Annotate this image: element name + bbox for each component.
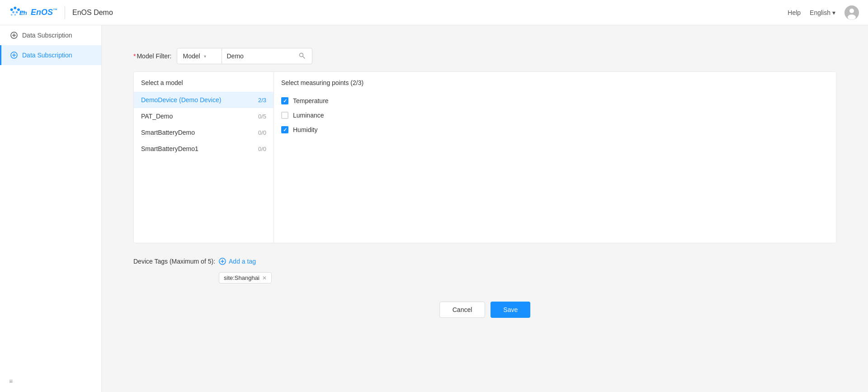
main-content: * Model Filter: Model ▾ Select a model xyxy=(102,25,868,392)
model-item-count: 0/5 xyxy=(258,113,266,120)
model-list-header: Select a model xyxy=(134,79,274,92)
model-item-demo-device[interactable]: DemoDevice (Demo Device) 2/3 xyxy=(134,92,274,108)
add-tag-button[interactable]: Add a tag xyxy=(219,254,272,265)
logo-text: EnOS™ xyxy=(31,8,57,17)
model-filter-controls: Model ▾ xyxy=(177,48,312,64)
plus-icon xyxy=(10,32,18,39)
sidebar-collapse[interactable]: ≡ xyxy=(0,370,101,392)
luminance-label: Luminance xyxy=(293,112,324,119)
sidebar-item-data-subscription-parent[interactable]: Data Subscription xyxy=(0,25,101,45)
sidebar-item-data-subscription[interactable]: Data Subscription xyxy=(0,45,101,65)
main-layout: Data Subscription Data Subscription ≡ * … xyxy=(0,25,868,392)
svg-point-5 xyxy=(11,14,13,15)
model-search-input[interactable] xyxy=(226,52,299,60)
svg-text:™: ™ xyxy=(19,9,25,16)
model-panel: Select a model DemoDevice (Demo Device) … xyxy=(133,71,836,243)
model-list: Select a model DemoDevice (Demo Device) … xyxy=(134,72,274,243)
model-item-smart-battery[interactable]: SmartBatteryDemo 0/0 xyxy=(134,124,274,141)
measuring-points-header: Select measuring points (2/3) xyxy=(281,79,829,86)
required-indicator: * xyxy=(133,52,136,60)
add-tag-icon xyxy=(219,258,226,265)
sidebar-item-active-label: Data Subscription xyxy=(22,52,72,59)
device-tags-row: Device Tags (Maximum of 5): Add a tag si… xyxy=(120,254,850,283)
search-icon[interactable] xyxy=(299,52,305,60)
add-tag-label: Add a tag xyxy=(229,258,256,265)
tag-value: site:Shanghai xyxy=(224,274,259,281)
model-item-count: 0/0 xyxy=(258,146,266,152)
model-item-name: SmartBatteryDemo xyxy=(141,129,195,136)
svg-point-10 xyxy=(849,9,854,13)
model-item-name: SmartBatteryDemo1 xyxy=(141,145,198,152)
tags-container: site:Shanghai ✕ xyxy=(219,269,272,283)
svg-line-19 xyxy=(303,57,305,58)
cancel-button[interactable]: Cancel xyxy=(439,302,486,318)
sidebar-item-label: Data Subscription xyxy=(22,32,72,39)
app-header: EnOS ™ EnOS™ EnOS Demo Help English ▾ xyxy=(0,0,868,25)
header-right: Help English ▾ xyxy=(788,5,859,20)
tag-item-site-shanghai: site:Shanghai ✕ xyxy=(219,272,272,283)
logo-icon: EnOS ™ xyxy=(9,4,27,22)
svg-point-1 xyxy=(14,6,16,9)
save-button[interactable]: Save xyxy=(491,302,530,318)
model-item-name: PAT_Demo xyxy=(141,113,173,120)
measuring-item-luminance: Luminance xyxy=(281,108,829,123)
model-item-count: 0/0 xyxy=(258,129,266,136)
svg-point-6 xyxy=(14,14,16,15)
model-filter-row: * Model Filter: Model ▾ xyxy=(120,39,850,64)
help-link[interactable]: Help xyxy=(788,9,801,16)
model-filter-label: Model Filter: xyxy=(137,52,171,60)
plus-icon-active xyxy=(10,52,18,59)
logo: EnOS ™ EnOS™ xyxy=(9,4,57,22)
svg-point-11 xyxy=(848,14,856,20)
chevron-down-icon: ▾ xyxy=(204,54,206,59)
language-selector[interactable]: English ▾ xyxy=(810,9,835,16)
user-avatar[interactable] xyxy=(844,5,859,20)
header-divider xyxy=(65,6,65,19)
temperature-checkbox[interactable] xyxy=(281,97,288,104)
sidebar: Data Subscription Data Subscription ≡ xyxy=(0,25,102,392)
action-buttons: Cancel Save xyxy=(120,293,850,327)
enos-logo-svg: EnOS ™ xyxy=(9,6,27,19)
measuring-item-temperature: Temperature xyxy=(281,94,829,108)
model-item-name: DemoDevice (Demo Device) xyxy=(141,96,221,104)
model-type-select[interactable]: Model ▾ xyxy=(177,48,222,64)
svg-point-3 xyxy=(12,11,14,13)
temperature-label: Temperature xyxy=(293,97,329,104)
svg-point-0 xyxy=(10,8,13,11)
humidity-label: Humidity xyxy=(293,126,317,133)
model-item-smart-battery-1[interactable]: SmartBatteryDemo1 0/0 xyxy=(134,141,274,157)
model-search-container xyxy=(222,48,312,64)
luminance-checkbox[interactable] xyxy=(281,112,288,119)
svg-point-4 xyxy=(16,11,18,13)
model-item-count: 2/3 xyxy=(258,97,266,104)
avatar-image xyxy=(844,5,859,20)
measuring-points-panel: Select measuring points (2/3) Temperatur… xyxy=(274,72,836,243)
svg-point-18 xyxy=(300,53,303,57)
humidity-checkbox[interactable] xyxy=(281,126,288,133)
tag-close-icon[interactable]: ✕ xyxy=(262,275,267,281)
measuring-item-humidity: Humidity xyxy=(281,123,829,137)
model-item-pat-demo[interactable]: PAT_Demo 0/5 xyxy=(134,108,274,124)
app-name: EnOS Demo xyxy=(72,9,113,17)
device-tags-label: Device Tags (Maximum of 5): xyxy=(133,254,215,265)
